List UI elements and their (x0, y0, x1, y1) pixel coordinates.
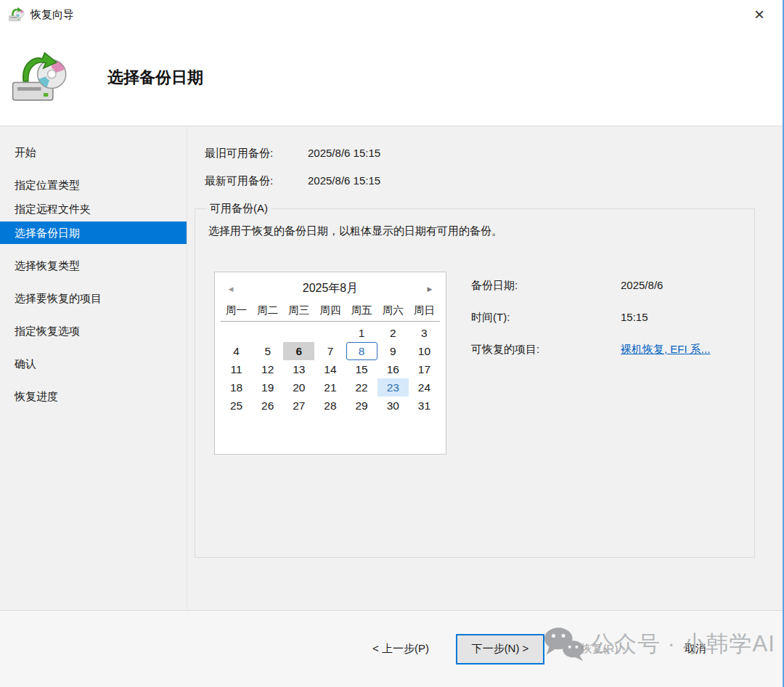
calendar-day-16[interactable]: 16 (377, 360, 409, 378)
calendar-day-22[interactable]: 22 (346, 378, 377, 397)
calendar-day-11[interactable]: 11 (221, 360, 252, 378)
summary-value: 2025/8/6 15:15 (308, 147, 380, 160)
app-icon (9, 7, 25, 23)
calendar-day-5[interactable]: 5 (252, 342, 283, 360)
calendar-day-4[interactable]: 4 (221, 342, 252, 360)
recoverable-items-link[interactable]: 裸机恢复, EFI 系... (621, 343, 710, 357)
calendar-day-31[interactable]: 31 (409, 397, 440, 415)
window-title: 恢复向导 (30, 8, 74, 22)
detail-row: 时间(T):15:15 (471, 311, 710, 325)
detail-label: 可恢复的项目: (471, 343, 621, 357)
calendar-day-empty (252, 324, 283, 342)
summary-row: 最新可用备份:2025/8/6 15:15 (205, 174, 755, 188)
calendar-day-30[interactable]: 30 (377, 397, 409, 415)
detail-row: 可恢复的项目:裸机恢复, EFI 系... (471, 343, 710, 357)
calendar-day-13[interactable]: 13 (283, 360, 314, 378)
calendar-prev-icon[interactable]: ◀ (225, 285, 237, 293)
backup-summary: 最旧可用备份:2025/8/6 15:15最新可用备份:2025/8/6 15:… (205, 147, 755, 188)
calendar-day-header: 周三 (283, 304, 314, 317)
sidebar-step-2: 指定位置类型 (0, 174, 187, 196)
calendar-day-3[interactable]: 3 (409, 324, 440, 342)
backup-details: 备份日期:2025/8/6时间(T):15:15可恢复的项目:裸机恢复, EFI… (471, 272, 710, 455)
summary-value: 2025/8/6 15:15 (308, 174, 380, 188)
sidebar-step-6: 选择要恢复的项目 (0, 287, 187, 309)
available-backups-groupbox: 可用备份(A) 选择用于恢复的备份日期，以粗体显示的日期有可用的备份。 ◀ 20… (195, 202, 755, 558)
wizard-body: 开始指定位置类型指定远程文件夹选择备份日期选择恢复类型选择要恢复的项目指定恢复选… (0, 126, 783, 610)
calendar-day-25[interactable]: 25 (221, 397, 252, 415)
calendar-day-header: 周六 (377, 304, 409, 317)
calendar-day-8[interactable]: 8 (346, 342, 377, 360)
calendar-day-18[interactable]: 18 (221, 378, 252, 397)
close-button[interactable]: × (748, 3, 771, 26)
calendar-day-header: 周二 (252, 304, 283, 317)
summary-row: 最旧可用备份:2025/8/6 15:15 (205, 147, 755, 160)
calendar-day-header: 周四 (314, 304, 346, 317)
detail-value: 2025/8/6 (621, 279, 663, 293)
detail-label: 备份日期: (471, 279, 621, 293)
calendar-day-23[interactable]: 23 (377, 378, 409, 397)
calendar-day-6[interactable]: 6 (283, 342, 314, 360)
calendar-day-empty (221, 324, 252, 342)
calendar-month-label: 2025年8月 (237, 281, 424, 296)
calendar-day-7[interactable]: 7 (314, 342, 346, 360)
sidebar-step-1: 开始 (0, 141, 187, 163)
summary-label: 最新可用备份: (205, 174, 308, 188)
sidebar-step-7: 指定恢复选项 (0, 320, 187, 342)
sidebar-step-5: 选择恢复类型 (0, 254, 187, 277)
sidebar-step-8: 确认 (0, 352, 187, 375)
detail-row: 备份日期:2025/8/6 (471, 279, 710, 293)
back-button[interactable]: < 上一步(P) (360, 635, 441, 663)
calendar: ◀ 2025年8月 ▶ 周一周二周三周四周五周六周日 1234567891011… (214, 272, 446, 455)
page-title: 选择备份日期 (107, 67, 203, 89)
calendar-day-21[interactable]: 21 (314, 378, 346, 397)
sidebar-step-3: 指定远程文件夹 (0, 198, 187, 220)
groupbox-description: 选择用于恢复的备份日期，以粗体显示的日期有可用的备份。 (208, 224, 743, 238)
calendar-day-header: 周五 (346, 304, 377, 317)
sidebar-step-9: 恢复进度 (0, 385, 187, 407)
backup-drive-icon (12, 49, 68, 106)
wizard-steps-sidebar: 开始指定位置类型指定远程文件夹选择备份日期选择恢复类型选择要恢复的项目指定恢复选… (0, 126, 187, 610)
recover-button: 恢复(R) (559, 635, 640, 663)
calendar-day-empty (283, 324, 314, 342)
calendar-header: ◀ 2025年8月 ▶ (225, 281, 436, 296)
wizard-header: 选择备份日期 (0, 29, 783, 126)
calendar-day-header: 周日 (409, 304, 440, 317)
calendar-day-2[interactable]: 2 (377, 324, 409, 342)
titlebar: 恢复向导 × (0, 0, 783, 29)
sidebar-step-4-selected: 选择备份日期 (0, 221, 187, 244)
calendar-day-28[interactable]: 28 (314, 397, 346, 415)
calendar-day-24[interactable]: 24 (409, 378, 440, 397)
calendar-next-icon[interactable]: ▶ (424, 285, 436, 293)
calendar-day-20[interactable]: 20 (283, 378, 314, 397)
calendar-day-17[interactable]: 17 (409, 360, 440, 378)
groupbox-legend: 可用备份(A) (207, 202, 271, 216)
recovery-wizard-window: 恢复向导 × 选择备份日期 开始指定位置类型指定远程文件夹选择备份日期选择恢复类… (0, 0, 784, 687)
calendar-day-14[interactable]: 14 (314, 360, 346, 378)
next-button[interactable]: 下一步(N) > (456, 634, 544, 664)
calendar-day-empty (314, 324, 346, 342)
calendar-day-headers: 周一周二周三周四周五周六周日 (221, 304, 440, 322)
wizard-footer: < 上一步(P)下一步(N) >恢复(R)取消 (0, 610, 783, 687)
calendar-day-1[interactable]: 1 (346, 324, 377, 342)
calendar-grid: 1234567891011121314151617181920212223242… (221, 324, 440, 415)
calendar-day-15[interactable]: 15 (346, 360, 377, 378)
summary-label: 最旧可用备份: (205, 147, 308, 160)
calendar-day-9[interactable]: 9 (377, 342, 409, 360)
page-content: 最旧可用备份:2025/8/6 15:15最新可用备份:2025/8/6 15:… (187, 126, 783, 610)
calendar-day-10[interactable]: 10 (409, 342, 440, 360)
calendar-day-12[interactable]: 12 (252, 360, 283, 378)
detail-value: 15:15 (621, 311, 648, 325)
calendar-day-27[interactable]: 27 (283, 397, 314, 415)
detail-label: 时间(T): (471, 311, 621, 325)
calendar-day-26[interactable]: 26 (252, 397, 283, 415)
calendar-day-19[interactable]: 19 (252, 378, 283, 397)
calendar-day-header: 周一 (221, 304, 252, 317)
cancel-button[interactable]: 取消 (655, 635, 736, 663)
calendar-day-29[interactable]: 29 (346, 397, 377, 415)
